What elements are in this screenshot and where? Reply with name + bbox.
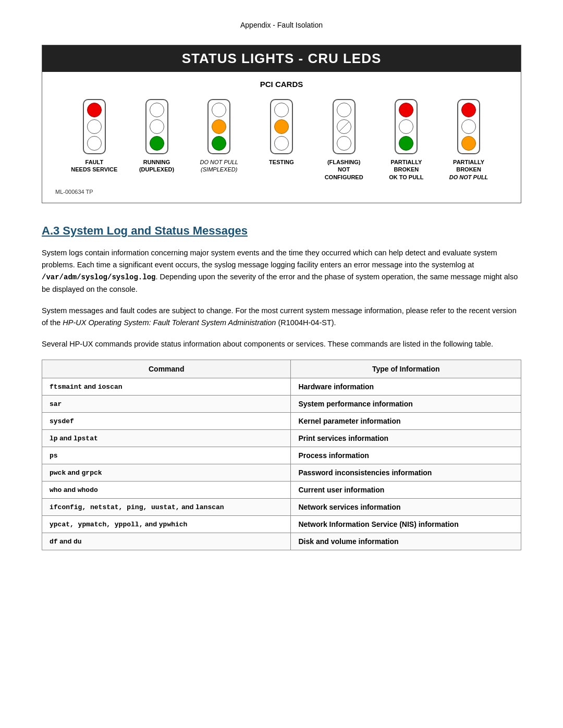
bulb-diagonal (337, 119, 351, 134)
table-cell-info: Network services information (291, 499, 521, 516)
table-cell-command: sar (42, 396, 291, 413)
table-row: psProcess information (42, 447, 521, 464)
table-cell-info: Process information (291, 447, 521, 464)
traffic-light-fault (83, 99, 106, 154)
table-cell-info: Kernel parameter information (291, 413, 521, 430)
bulb-yellow (274, 119, 289, 134)
table-cell-command: sysdef (42, 413, 291, 430)
light-flashing: (FLASHING)NOTCONFIGURED (315, 99, 373, 181)
table-cell-info: Hardware information (291, 378, 521, 396)
light-fault: FAULTNEEDS SERVICE (66, 99, 123, 174)
table-row: lp and lpstatPrint services information (42, 430, 521, 447)
table-cell-command: pwck and grpck (42, 464, 291, 482)
bulb-empty (337, 136, 351, 151)
traffic-light-partially-dont (457, 99, 480, 154)
commands-table: Command Type of Information ftsmaint and… (42, 360, 521, 550)
bulb-green (150, 136, 164, 151)
light-partially-dont: PARTIALLYBROKENDO NOT PULL (440, 99, 497, 181)
table-cell-command: ps (42, 447, 291, 464)
table-cell-info: Password inconsistencies information (291, 464, 521, 482)
bulb-red (399, 103, 413, 117)
pci-cards-title: PCI CARDS (53, 80, 510, 89)
table-row: ftsmaint and ioscanHardware information (42, 378, 521, 396)
light-label-partially-dont: PARTIALLYBROKENDO NOT PULL (449, 158, 488, 181)
table-cell-command: lp and lpstat (42, 430, 291, 447)
table-cell-command: who and whodo (42, 482, 291, 499)
table-cell-command: ifconfig, netstat, ping, uustat, and lan… (42, 499, 291, 516)
bulb-empty (150, 103, 164, 117)
light-label-running: RUNNING(DUPLEXED) (139, 158, 174, 174)
table-cell-info: Disk and volume information (291, 533, 521, 550)
light-label-fault: FAULTNEEDS SERVICE (71, 158, 117, 174)
table-row: sarSystem performance information (42, 396, 521, 413)
traffic-light-partially-ok (395, 99, 418, 154)
paragraph-2: System messages and fault codes are subj… (42, 305, 521, 329)
bulb-empty (212, 103, 226, 117)
table-row: who and whodoCurrent user information (42, 482, 521, 499)
page-header: Appendix - Fault Isolation (42, 21, 521, 29)
light-running: RUNNING(DUPLEXED) (128, 99, 186, 174)
table-row: ypcat, ypmatch, yppoll, and ypwhichNetwo… (42, 516, 521, 533)
table-cell-command: df and du (42, 533, 291, 550)
light-label-flashing: (FLASHING)NOTCONFIGURED (325, 158, 363, 181)
paragraph-1: System logs contain information concerni… (42, 247, 521, 295)
status-lights-box: STATUS LIGHTS - CRU LEDS PCI CARDS FAULT… (42, 45, 521, 203)
table-row: sysdefKernel parameter information (42, 413, 521, 430)
bulb-empty (337, 103, 351, 117)
status-lights-title: STATUS LIGHTS - CRU LEDS (42, 45, 521, 72)
table-header-command: Command (42, 360, 291, 378)
bulb-yellow (212, 119, 226, 134)
table-row: df and duDisk and volume information (42, 533, 521, 550)
light-testing: TESTING (253, 99, 310, 166)
bulb-empty (87, 119, 102, 134)
table-row: ifconfig, netstat, ping, uustat, and lan… (42, 499, 521, 516)
bulb-empty (150, 119, 164, 134)
book-title-italic: HP-UX Operating System: Fault Tolerant S… (63, 318, 276, 327)
bulb-green (399, 136, 413, 151)
light-label-testing: TESTING (269, 158, 294, 166)
bulb-empty (274, 103, 289, 117)
bulb-empty (274, 136, 289, 151)
table-cell-info: Network Information Service (NIS) inform… (291, 516, 521, 533)
bulb-empty (461, 119, 476, 134)
light-label-simplexed: DO NOT PULL(SIMPLEXED) (200, 158, 238, 174)
traffic-light-running (145, 99, 168, 154)
light-partially-ok: PARTIALLYBROKENOK TO PULL (377, 99, 435, 181)
table-cell-info: Current user information (291, 482, 521, 499)
bulb-red (87, 103, 102, 117)
traffic-light-flashing (333, 99, 356, 154)
table-header-info-type: Type of Information (291, 360, 521, 378)
table-cell-command: ftsmaint and ioscan (42, 378, 291, 396)
bulb-empty (399, 119, 413, 134)
bulb-empty (87, 136, 102, 151)
table-row: pwck and grpckPassword inconsistencies i… (42, 464, 521, 482)
ml-label: ML-000634 TP (53, 186, 510, 198)
header-title: Appendix - Fault Isolation (240, 21, 323, 29)
bulb-yellow-bottom (461, 136, 476, 151)
bulb-green (212, 136, 226, 151)
light-label-partially-ok: PARTIALLYBROKENOK TO PULL (389, 158, 423, 181)
bulb-red (461, 103, 476, 117)
paragraph-3: Several HP-UX commands provide status in… (42, 338, 521, 350)
table-cell-info: Print services information (291, 430, 521, 447)
light-donotpull-simplexed: DO NOT PULL(SIMPLEXED) (190, 99, 248, 174)
traffic-light-simplexed (207, 99, 230, 154)
traffic-lights-row: FAULTNEEDS SERVICE RUNNING(DUPLEXED) D (53, 99, 510, 181)
code-syslog-path: /var/adm/syslog/syslog.log (42, 273, 155, 281)
table-cell-info: System performance information (291, 396, 521, 413)
table-cell-command: ypcat, ypmatch, yppoll, and ypwhich (42, 516, 291, 533)
traffic-light-testing (270, 99, 293, 154)
section-heading: A.3 System Log and Status Messages (42, 224, 521, 238)
